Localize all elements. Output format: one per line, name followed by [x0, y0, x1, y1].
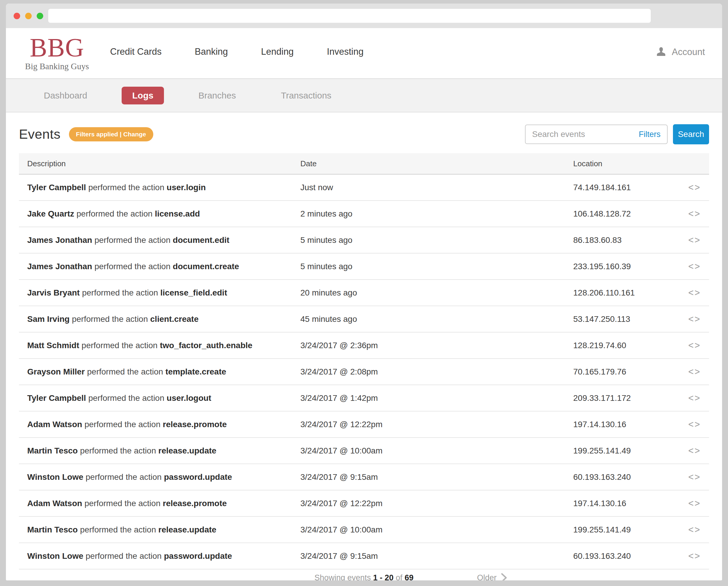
account-menu[interactable]: Account — [655, 46, 710, 58]
url-bar[interactable] — [48, 9, 651, 23]
event-location: 53.147.250.113 — [573, 315, 684, 324]
event-location: 86.183.60.83 — [573, 236, 684, 245]
filters-applied-badge[interactable]: Filters applied | Change — [69, 127, 153, 141]
code-brackets-icon[interactable]: <> — [688, 419, 701, 430]
event-action: license.add — [155, 209, 200, 218]
chevron-right-icon — [501, 573, 507, 580]
code-brackets-icon[interactable]: <> — [688, 182, 701, 193]
event-row: Martin Tesco performed the action releas… — [19, 517, 709, 543]
older-pagination-link[interactable]: Older — [477, 573, 507, 580]
event-date: 3/24/2017 @ 10:00am — [301, 525, 573, 535]
event-actor: Adam Watson — [27, 420, 82, 429]
event-action: release.update — [158, 525, 216, 534]
code-brackets-icon[interactable]: <> — [688, 393, 701, 403]
code-brackets-icon[interactable]: <> — [688, 367, 701, 377]
event-verb: performed the action — [80, 288, 160, 297]
event-verb: performed the action — [83, 472, 164, 482]
code-brackets-icon[interactable]: <> — [688, 446, 701, 456]
event-actor: Winston Lowe — [27, 551, 83, 561]
tab-transactions[interactable]: Transactions — [270, 87, 342, 104]
account-label: Account — [672, 47, 705, 57]
event-verb: performed the action — [83, 551, 164, 561]
code-brackets-icon[interactable]: <> — [688, 498, 701, 509]
event-verb: performed the action — [86, 394, 166, 403]
code-brackets-icon[interactable]: <> — [688, 288, 701, 298]
event-description: James Jonathan performed the action docu… — [27, 236, 301, 245]
bbg-logo[interactable]: BBG Big Banking Guys — [22, 35, 92, 72]
event-location: 70.165.179.76 — [573, 367, 684, 377]
event-actor: Grayson Miller — [27, 367, 85, 376]
event-location: 128.219.74.60 — [573, 341, 684, 350]
event-verb: performed the action — [92, 236, 173, 245]
code-brackets-icon[interactable]: <> — [688, 551, 701, 561]
event-actor: Winston Lowe — [27, 472, 83, 482]
search-box: Filters — [525, 125, 668, 144]
main-content: Events Filters applied | Change Filters … — [6, 112, 722, 580]
event-action: password.update — [164, 551, 232, 561]
event-actor: Tyler Campbell — [27, 394, 86, 403]
event-row: Adam Watson performed the action release… — [19, 490, 709, 517]
event-location: 74.149.184.161 — [573, 183, 684, 192]
code-brackets-icon[interactable]: <> — [688, 261, 701, 272]
nav-item-lending[interactable]: Lending — [261, 47, 293, 57]
event-actor: Martin Tesco — [27, 525, 78, 534]
event-row: Sam Irving performed the action client.c… — [19, 306, 709, 332]
event-actor: Adam Watson — [27, 499, 82, 508]
event-date: 3/24/2017 @ 2:08pm — [301, 367, 573, 377]
event-description: Adam Watson performed the action release… — [27, 499, 301, 508]
event-action: release.promote — [163, 499, 227, 508]
event-location: 106.148.128.72 — [573, 209, 684, 219]
event-date: Just now — [301, 183, 573, 192]
event-verb: performed the action — [92, 262, 173, 271]
nav-item-investing[interactable]: Investing — [327, 47, 363, 57]
subnav: Dashboard Logs Branches Transactions — [6, 78, 722, 112]
event-row: James Jonathan performed the action docu… — [19, 227, 709, 254]
close-window-button[interactable] — [14, 13, 20, 19]
total-count: 69 — [405, 573, 413, 581]
event-actor: James Jonathan — [27, 236, 92, 245]
event-location: 197.14.130.16 — [573, 420, 684, 429]
nav-item-banking[interactable]: Banking — [195, 47, 228, 57]
event-date: 3/24/2017 @ 2:36pm — [301, 341, 573, 350]
event-row: Tyler Campbell performed the action user… — [19, 385, 709, 411]
minimize-window-button[interactable] — [25, 13, 32, 19]
code-brackets-icon[interactable]: <> — [688, 340, 701, 351]
event-actor: Sam Irving — [27, 315, 70, 324]
event-description: James Jonathan performed the action docu… — [27, 262, 301, 271]
tab-branches[interactable]: Branches — [188, 87, 246, 104]
event-description: Sam Irving performed the action client.c… — [27, 315, 301, 324]
column-header-date: Date — [301, 159, 573, 168]
table-footer: Showing events 1 - 20 of 69 Older — [19, 569, 709, 580]
event-verb: performed the action — [70, 315, 150, 324]
code-brackets-icon[interactable]: <> — [688, 472, 701, 482]
event-verb: performed the action — [74, 209, 155, 218]
event-action: two_factor_auth.enable — [160, 341, 253, 350]
event-row: Jake Quartz performed the action license… — [19, 201, 709, 227]
event-row: James Jonathan performed the action docu… — [19, 254, 709, 280]
event-actor: Martin Tesco — [27, 446, 78, 455]
filters-link[interactable]: Filters — [639, 130, 661, 139]
tab-logs[interactable]: Logs — [122, 87, 164, 104]
zoom-window-button[interactable] — [37, 13, 43, 19]
event-verb: performed the action — [86, 183, 166, 192]
event-description: Winston Lowe performed the action passwo… — [27, 551, 301, 561]
event-date: 3/24/2017 @ 12:22pm — [301, 420, 573, 429]
nav-item-credit-cards[interactable]: Credit Cards — [110, 47, 162, 57]
code-brackets-icon[interactable]: <> — [688, 525, 701, 535]
code-brackets-icon[interactable]: <> — [688, 314, 701, 324]
event-action: release.promote — [163, 420, 227, 429]
event-description: Martin Tesco performed the action releas… — [27, 525, 301, 535]
code-brackets-icon[interactable]: <> — [688, 235, 701, 245]
event-action: template.create — [165, 367, 226, 376]
event-location: 233.195.160.39 — [573, 262, 684, 271]
event-action: release.update — [158, 446, 216, 455]
code-brackets-icon[interactable]: <> — [688, 209, 701, 219]
search-input[interactable] — [532, 130, 639, 139]
tab-dashboard[interactable]: Dashboard — [33, 87, 98, 104]
logo-acronym: BBG — [22, 35, 92, 60]
event-date: 45 minutes ago — [301, 315, 573, 324]
event-description: Tyler Campbell performed the action user… — [27, 394, 301, 403]
event-description: Matt Schmidt performed the action two_fa… — [27, 341, 301, 350]
event-row: Tyler Campbell performed the action user… — [19, 175, 709, 201]
search-button[interactable]: Search — [673, 124, 709, 144]
